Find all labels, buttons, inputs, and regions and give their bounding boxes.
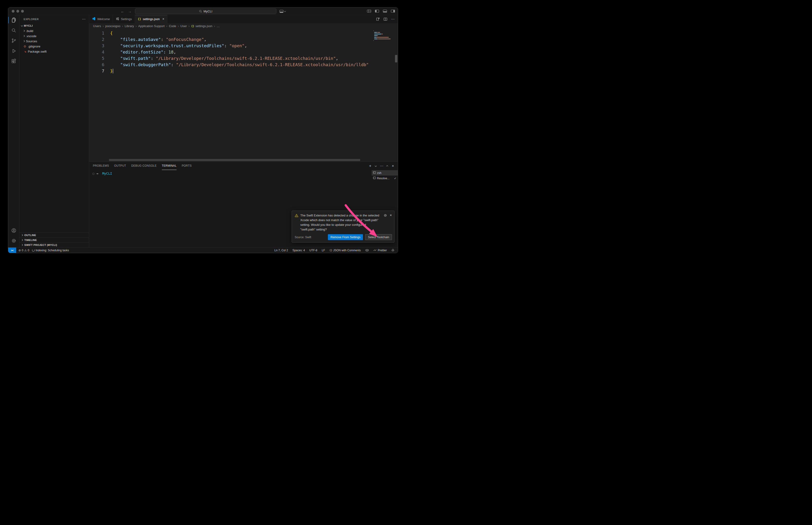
horizontal-scrollbar[interactable] — [109, 159, 360, 161]
encoding-status[interactable]: UTF-8 — [308, 249, 319, 252]
new-terminal-icon[interactable]: + — [369, 164, 371, 168]
minimize-window-button[interactable] — [16, 10, 19, 13]
zoom-window-button[interactable] — [21, 10, 24, 13]
bell-icon — [391, 249, 395, 252]
breadcrumb-label: poocoogoo — [105, 24, 120, 28]
section-timeline[interactable]: TIMELINE — [19, 238, 89, 242]
panel-tab-terminal[interactable]: TERMINAL — [162, 162, 177, 170]
settings-gear-button[interactable] — [8, 236, 19, 246]
terminal-item-resolve[interactable]: Resolve...✓ — [372, 176, 398, 181]
close-panel-icon[interactable]: ✕ — [392, 164, 394, 168]
open-settings-ui-icon[interactable] — [376, 17, 380, 21]
breadcrumb-item-code[interactable]: Code — [169, 24, 176, 28]
remote-icon: >< — [11, 249, 14, 252]
tab-settings-json[interactable]: {}settings.json✕ — [135, 15, 167, 23]
editor-more-actions-icon[interactable]: ⋯ — [391, 17, 395, 21]
breadcrumb-item-library[interactable]: Library — [125, 24, 134, 28]
tab-settings[interactable]: Settings — [113, 15, 135, 23]
accounts-button[interactable] — [8, 225, 19, 236]
tab-label: settings.json — [143, 17, 160, 21]
activity-extensions[interactable] — [8, 56, 19, 66]
close-icon[interactable]: ✕ — [162, 17, 164, 20]
toggle-secondary-sidebar-icon[interactable] — [391, 10, 395, 13]
breadcrumb-item-user[interactable]: User — [180, 24, 187, 28]
breadcrumb-item-settings-json[interactable]: {}settings.json — [191, 24, 212, 28]
tab-welcome[interactable]: Welcome — [89, 15, 113, 23]
tree-item-vscode[interactable]: .vscode — [19, 33, 89, 39]
close-window-button[interactable] — [12, 10, 15, 13]
command-center-search[interactable]: MyCLI — [135, 9, 277, 14]
line-number: 6 — [89, 61, 110, 68]
code-line-7[interactable]: 7} — [89, 68, 372, 74]
swift-file-icon — [23, 50, 26, 53]
tree-root-mycli[interactable]: MYCLI — [19, 23, 89, 28]
more-actions-icon[interactable]: ⋯ — [82, 17, 86, 21]
tab-label: Settings — [121, 17, 132, 21]
panel-tab-debug-console[interactable]: DEBUG CONSOLE — [131, 162, 157, 170]
tree-item-package-swift[interactable]: Package.swift — [19, 49, 89, 54]
toggle-primary-sidebar-icon[interactable] — [375, 10, 379, 13]
code-text: "files.autoSave": "onFocusChange", — [110, 36, 207, 43]
language-mode[interactable]: {} JSON with Comments — [328, 249, 362, 252]
minimap[interactable] — [372, 29, 395, 162]
problems-status[interactable]: ⊘ 0 ⚠ 0 — [17, 249, 31, 252]
activity-explorer[interactable] — [8, 15, 19, 25]
error-icon: ⊘ — [18, 249, 21, 252]
terminal-item-zsh[interactable]: zsh — [372, 170, 398, 176]
section-swift-project-mycli[interactable]: SWIFT PROJECT (MYCLI) — [19, 242, 89, 247]
code-lines: 1{2 "files.autoSave": "onFocusChange",3 … — [89, 30, 372, 158]
code-line-2[interactable]: 2 "files.autoSave": "onFocusChange", — [89, 36, 372, 43]
copilot-status[interactable] — [364, 249, 370, 252]
breadcrumb-item-[interactable]: … — [217, 24, 220, 28]
code-line-6[interactable]: 6 "swift.debuggerPath": "/Library/Develo… — [89, 61, 372, 68]
status-bar: >< ⊘ 0 ⚠ 0 Indexing: Scheduling tasks Ln… — [8, 247, 398, 253]
chevron-separator: › — [178, 24, 179, 28]
breadcrumb-item-users[interactable]: Users — [93, 24, 101, 28]
chevron-right-icon — [23, 40, 25, 42]
cursor-position[interactable]: Ln 7, Col 2 — [273, 249, 289, 252]
code-line-5[interactable]: 5 "swift.path": "/Library/Developer/Tool… — [89, 55, 372, 61]
activity-run-debug[interactable] — [8, 46, 19, 56]
layout-control[interactable] — [279, 10, 285, 13]
tree-item-sources[interactable]: Sources — [19, 39, 89, 44]
code-editor[interactable]: 1{2 "files.autoSave": "onFocusChange",3 … — [89, 29, 398, 162]
select-toolchain-button[interactable]: Select Toolchain — [365, 234, 392, 240]
activity-search[interactable] — [8, 25, 19, 35]
panel-tab-problems[interactable]: PROBLEMS — [93, 162, 109, 170]
panel-tab-ports[interactable]: PORTS — [182, 162, 192, 170]
panel-more-actions-icon[interactable]: ⋯ — [380, 164, 383, 168]
toggle-panel-icon[interactable] — [383, 10, 387, 13]
maximize-panel-icon[interactable] — [386, 165, 388, 167]
tree-item-build[interactable]: .build — [19, 28, 89, 33]
remove-from-settings-button[interactable]: Remove From Settings — [328, 234, 363, 240]
tree-item-gitignore[interactable]: .gitignore — [19, 44, 89, 49]
notifications-bell[interactable] — [390, 249, 396, 252]
code-line-3[interactable]: 3 "security.workspace.trust.untrustedFil… — [89, 43, 372, 49]
chevron-right-icon — [21, 239, 23, 241]
code-line-4[interactable]: 4 "editor.fontSize": 18, — [89, 49, 372, 55]
section-outline[interactable]: OUTLINE — [19, 232, 89, 238]
customize-layout-icon[interactable] — [367, 10, 371, 13]
formatter-status[interactable]: ✓✓ Prettier — [372, 249, 388, 252]
notification-gear-icon[interactable] — [384, 214, 387, 217]
indexing-status[interactable]: Indexing: Scheduling tasks — [31, 249, 70, 252]
panel-tab-output[interactable]: OUTPUT — [114, 162, 126, 170]
minimap-line — [373, 35, 395, 36]
panel-layout-icon — [279, 10, 283, 13]
indentation-status[interactable]: Spaces: 4 — [291, 249, 306, 252]
terminal-dropdown-icon[interactable] — [375, 165, 377, 167]
activity-source-control[interactable] — [8, 35, 19, 46]
breadcrumb-item-poocoogoo[interactable]: poocoogoo — [105, 24, 120, 28]
notification-close-icon[interactable]: ✕ — [389, 214, 392, 217]
search-icon — [199, 10, 202, 13]
root-folder-label: MYCLI — [24, 24, 33, 27]
forward-button[interactable]: → — [128, 9, 132, 13]
eol-status[interactable]: LF — [321, 249, 326, 252]
code-text: "swift.path": "/Library/Developer/Toolch… — [110, 55, 338, 61]
search-value: MyCLI — [204, 10, 212, 13]
remote-indicator[interactable]: >< — [8, 247, 16, 253]
code-line-1[interactable]: 1{ — [89, 30, 372, 36]
back-button[interactable]: ← — [120, 9, 125, 13]
split-editor-icon[interactable] — [384, 17, 387, 21]
breadcrumb-item-application-support[interactable]: Application Support — [138, 24, 165, 28]
